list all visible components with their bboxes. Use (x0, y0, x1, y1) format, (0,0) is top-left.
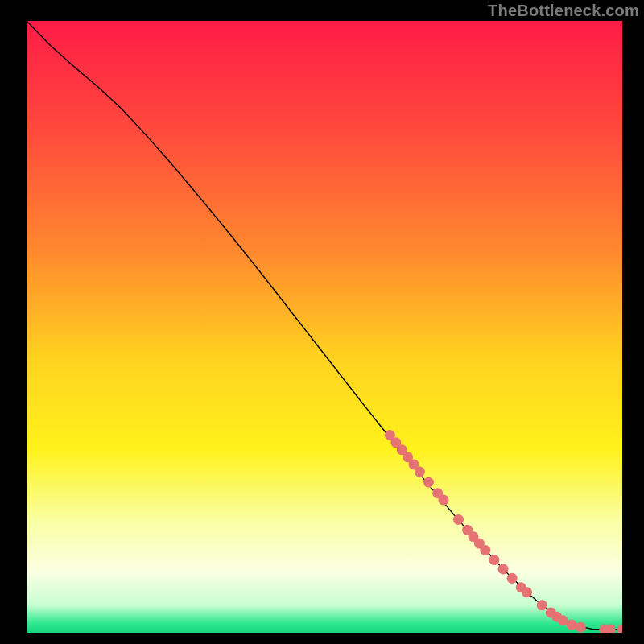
marker-point (576, 622, 586, 633)
marker-point (439, 495, 449, 506)
chart-background (27, 21, 622, 633)
marker-point (507, 573, 518, 584)
marker-point (489, 555, 499, 565)
marker-point (537, 600, 547, 610)
chart-plot-area (27, 21, 622, 633)
marker-point (522, 587, 532, 597)
marker-point (415, 467, 425, 477)
marker-point (567, 620, 577, 630)
marker-point (423, 477, 434, 488)
watermark-text: TheBottleneck.com (488, 2, 639, 20)
marker-point (558, 615, 568, 625)
marker-point (480, 545, 490, 555)
chart-svg (27, 21, 622, 633)
marker-point (498, 564, 509, 574)
marker-point (453, 514, 464, 525)
